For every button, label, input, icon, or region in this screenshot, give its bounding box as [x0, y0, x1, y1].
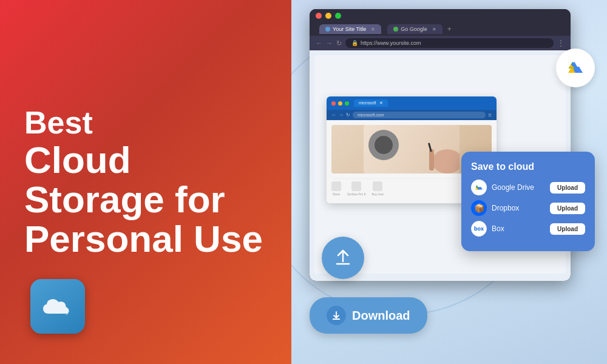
svg-rect-2	[428, 143, 432, 152]
inner-dot-yellow[interactable]	[338, 101, 342, 106]
cloud-icon	[41, 294, 75, 318]
cloud-badge	[30, 279, 85, 334]
google-drive-service: Google Drive	[471, 180, 534, 195]
download-button[interactable]: Download	[310, 297, 427, 334]
address-field[interactable]: 🔒 https://www.yoursite.com	[345, 38, 554, 48]
inner-addr-bar: ← → ↻ microsoft.com ≡	[327, 110, 497, 120]
svg-rect-1	[429, 149, 434, 170]
inner-nav-item-3: Buy now	[372, 181, 384, 196]
person-svg	[411, 131, 459, 174]
inner-back[interactable]: ←	[331, 112, 336, 118]
inner-address-field[interactable]: microsoft.com	[353, 112, 486, 118]
box-service: box Box	[471, 221, 504, 237]
box-upload-button[interactable]: Upload	[550, 223, 585, 235]
dropbox-logo: 📦	[471, 200, 487, 216]
tab-close-2[interactable]: ✕	[432, 27, 436, 32]
inner-dot-red[interactable]	[331, 101, 336, 106]
headline-cloud: Cloud Storage for Personal Use	[24, 140, 267, 258]
left-panel: Best Cloud Storage for Personal Use	[0, 0, 291, 364]
upload-icon	[332, 247, 354, 269]
browser-tabs-row: Your Site Title ✕ Go Google ✕ +	[310, 22, 571, 36]
download-icon	[331, 310, 342, 321]
google-drive-upload-button[interactable]: Upload	[550, 182, 585, 194]
browser-tab-2[interactable]: Go Google ✕	[387, 24, 443, 34]
back-button[interactable]: ←	[316, 39, 322, 47]
inner-tab-close[interactable]: ✕	[379, 101, 383, 105]
reload-button[interactable]: ↻	[336, 39, 342, 47]
inner-browser-bar: microsoft ✕	[327, 96, 497, 110]
inner-reload[interactable]: ↻	[346, 112, 350, 118]
inner-nav-icon-1	[331, 181, 341, 191]
inner-dot-green[interactable]	[345, 101, 349, 106]
inner-nav-icon-3	[373, 181, 382, 191]
upload-circle[interactable]	[322, 237, 364, 279]
browser-dot-red[interactable]	[316, 13, 322, 19]
inner-tab[interactable]: microsoft ✕	[354, 99, 388, 107]
gdrive-small-icon	[474, 183, 484, 192]
dropbox-row: 📦 Dropbox Upload	[471, 200, 585, 216]
download-icon-container	[327, 306, 346, 325]
google-drive-row: Google Drive Upload	[471, 180, 585, 195]
save-cloud-card: Save to cloud Google Drive Upload	[461, 152, 595, 251]
box-row: box Box Upload	[471, 221, 585, 237]
dropbox-upload-button[interactable]: Upload	[550, 203, 585, 214]
inner-nav-item-2: Surface Pro 8	[347, 181, 366, 196]
forward-button[interactable]: →	[326, 39, 333, 47]
box-logo: box	[471, 221, 487, 237]
inner-nav-item-1: Store	[331, 181, 341, 196]
box-icon: box	[474, 226, 484, 232]
browser-addressbar: ← → ↻ 🔒 https://www.yoursite.com ⋮	[310, 36, 571, 50]
browser-dot-green[interactable]	[335, 13, 341, 19]
lock-icon: 🔒	[351, 40, 358, 46]
tab-close-1[interactable]: ✕	[371, 27, 375, 32]
google-drive-badge	[556, 49, 595, 87]
save-cloud-title: Save to cloud	[471, 161, 585, 172]
svg-point-0	[432, 149, 459, 174]
google-drive-logo	[471, 180, 487, 195]
browser-titlebar	[310, 9, 571, 22]
inner-menu[interactable]: ≡	[488, 112, 492, 118]
new-tab-button[interactable]: +	[447, 25, 452, 33]
dropbox-icon: 📦	[474, 203, 484, 213]
dropbox-service: 📦 Dropbox	[471, 200, 519, 216]
google-drive-icon	[565, 57, 586, 79]
inner-forward[interactable]: →	[339, 112, 344, 118]
settings-icon[interactable]: ⋮	[557, 39, 565, 47]
inner-nav-icon-2	[351, 181, 361, 191]
download-label: Download	[352, 309, 410, 323]
browser-dot-yellow[interactable]	[325, 13, 331, 19]
right-panel: Your Site Title ✕ Go Google ✕ + ← → ↻ 🔒 …	[291, 0, 607, 364]
browser-tab-1[interactable]: Your Site Title ✕	[319, 24, 381, 34]
headline-best: Best	[24, 106, 267, 140]
